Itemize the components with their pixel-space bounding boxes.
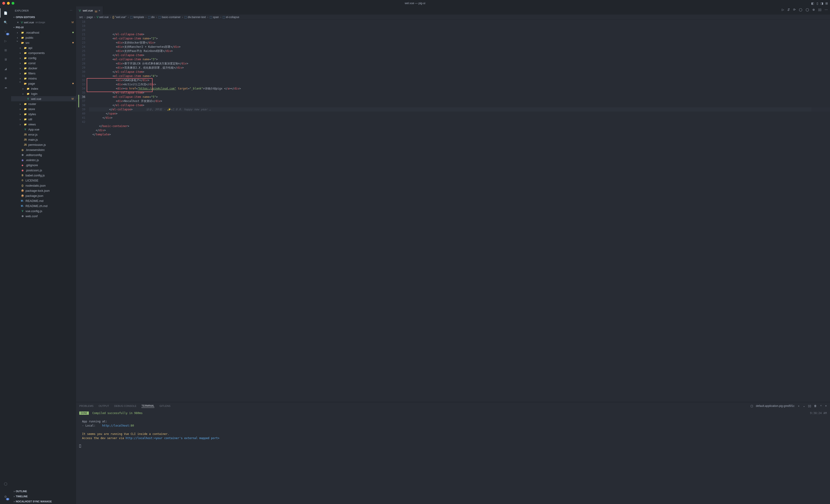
tree-item[interactable]: ›📁util	[11, 117, 76, 122]
run-debug-icon[interactable]: ▷	[0, 36, 11, 45]
tab-close-icon[interactable]: ×	[99, 9, 100, 12]
close-icon[interactable]: ×	[16, 21, 20, 24]
minimap[interactable]	[811, 20, 830, 402]
tree-item[interactable]: JSerror.js	[11, 132, 76, 137]
tree-item[interactable]: ›📁filters	[11, 71, 76, 76]
panel-bottom-icon[interactable]: ▯	[816, 2, 819, 5]
compare-icon[interactable]: ⟳	[793, 8, 796, 11]
tree-item[interactable]: ◎.browserslistrc	[11, 147, 76, 152]
tree-item[interactable]: ◆.gitignore	[11, 162, 76, 168]
breadcrumbs[interactable]: src›page›V wel.vue›{} "wel.vue"›⬚ templa…	[76, 14, 830, 20]
tree-item[interactable]: ›📂src	[11, 40, 76, 45]
open-editors-section[interactable]: OPEN EDITORS	[11, 14, 76, 20]
tree-item[interactable]: ›📁store	[11, 106, 76, 112]
panel-left-icon[interactable]: ◧	[811, 2, 814, 5]
terminal-content[interactable]: DONE Compiled successfully in 980ms 9:38…	[76, 410, 830, 504]
settings-gear-icon[interactable]: ⚙1	[0, 492, 11, 501]
local-url[interactable]: http://localhost:	[102, 424, 131, 427]
tree-item[interactable]: JSmain.js	[11, 137, 76, 142]
minimize-window-button[interactable]	[7, 2, 10, 5]
open-changes-icon[interactable]: ◯	[806, 8, 809, 11]
tree-item[interactable]: ›📁.nocalhost	[11, 30, 76, 35]
close-window-button[interactable]	[2, 2, 5, 5]
project-section[interactable]: PIG-UI	[11, 25, 76, 30]
docker-icon[interactable]: ◢	[0, 64, 11, 73]
nocalhost-icon[interactable]: ◉	[0, 73, 11, 83]
breadcrumb-item[interactable]: ⬚ div.banner-text	[184, 15, 206, 19]
extensions-icon[interactable]: ⊞	[0, 45, 11, 55]
timeline-section[interactable]: TIMELINE	[11, 494, 76, 499]
tree-item[interactable]: ›📁config	[11, 55, 76, 61]
tree-item[interactable]: Vvue.config.js	[11, 209, 76, 214]
accounts-icon[interactable]: ◯	[0, 479, 11, 488]
tree-item[interactable]: ›📁styles	[11, 112, 76, 117]
maximize-panel-icon[interactable]: ＾	[820, 404, 822, 408]
split-editor-icon[interactable]: ▯▯	[818, 8, 822, 11]
tree-item[interactable]: ›📁public	[11, 35, 76, 40]
tree-item[interactable]: 📦package.json	[11, 193, 76, 198]
remote-explorer-icon[interactable]: 🖥	[0, 55, 11, 64]
tree-item[interactable]: ◉.postcssrc.js	[11, 168, 76, 173]
breadcrumb-item[interactable]: ⬚ el-collapse	[223, 15, 239, 19]
tree-item[interactable]: ›📁components	[11, 50, 76, 55]
panel-tab-debug-console[interactable]: DEBUG CONSOLE	[114, 405, 136, 407]
tree-item[interactable]: ›📁router	[11, 101, 76, 106]
new-terminal-icon[interactable]: ＋	[797, 404, 800, 408]
terminal-dropdown-icon[interactable]: ⌄	[803, 404, 805, 408]
tree-item[interactable]: 📦package-lock.json	[11, 188, 76, 193]
run-icon[interactable]: ▷	[782, 8, 784, 11]
tree-item[interactable]: ©LICENSE	[11, 178, 76, 183]
tree-item[interactable]: M↓README.zh.md	[11, 203, 76, 209]
panel-tab-problems[interactable]: PROBLEMS	[79, 405, 93, 407]
outline-section[interactable]: OUTLINE	[11, 489, 76, 494]
tree-item[interactable]: ›📁index	[11, 86, 76, 91]
panel-tab-output[interactable]: OUTPUT	[99, 405, 109, 407]
panel-right-icon[interactable]: ◨	[820, 2, 824, 5]
breadcrumb-item[interactable]: src	[79, 15, 83, 19]
tree-item[interactable]: {}nodestatic.json	[11, 183, 76, 188]
open-editor-item[interactable]: ×Vwel.vuesrc/pageM	[11, 20, 76, 25]
tree-item[interactable]: VApp.vue	[11, 127, 76, 132]
code-editor[interactable]: 1819202122232425262728293031323334353637…	[76, 20, 830, 402]
breadcrumb-item[interactable]: ⬚ span	[210, 15, 219, 19]
tree-item[interactable]: ›📁mixins	[11, 76, 76, 81]
tree-item[interactable]: M↓README.md	[11, 198, 76, 203]
explorer-icon[interactable]: 📄	[0, 8, 11, 18]
tab-wel-vue[interactable]: V wel.vue M ×	[76, 6, 103, 14]
panel-tab-gitlens[interactable]: GITLENS	[160, 405, 170, 407]
tree-item[interactable]: Vwel.vueM	[11, 96, 76, 101]
more-actions-icon[interactable]: ⋯	[825, 8, 828, 11]
cloud-icon[interactable]: ☁	[0, 83, 11, 92]
breadcrumb-item[interactable]: {} "wel.vue"	[113, 15, 127, 19]
diff-icon[interactable]: ◯	[799, 8, 802, 11]
tree-item[interactable]: ›📁login	[11, 91, 76, 96]
tree-item[interactable]: ›📂page	[11, 81, 76, 86]
breadcrumb-item[interactable]: ⬚ template	[130, 15, 144, 19]
tree-item[interactable]: JSpermission.js	[11, 142, 76, 147]
kill-terminal-icon[interactable]: 🗑	[814, 404, 817, 408]
split-down-icon[interactable]: ⇵	[787, 8, 790, 11]
nocalhost-sync-section[interactable]: NOCALHOST SYNC MANAGE	[11, 499, 76, 504]
panel-tab-terminal[interactable]: TERMINAL	[141, 404, 154, 408]
layout-icon[interactable]: ⊞	[825, 2, 828, 5]
breadcrumb-item[interactable]: page	[87, 15, 93, 19]
tree-item[interactable]: ›📁api	[11, 45, 76, 50]
close-panel-icon[interactable]: ×	[825, 404, 827, 408]
tree-item[interactable]: Bbabel.config.js	[11, 173, 76, 178]
tree-item[interactable]: ⚙web.conf	[11, 214, 76, 219]
tree-item[interactable]: ›📁docker	[11, 66, 76, 71]
maximize-window-button[interactable]	[11, 2, 14, 5]
search-icon[interactable]: 🔍	[0, 18, 11, 27]
breadcrumb-item[interactable]: V wel.vue	[97, 15, 109, 19]
breadcrumb-item[interactable]: ⬚ basic-container	[158, 15, 181, 19]
source-control-icon[interactable]: ⑂2	[0, 27, 11, 36]
toggle-icon[interactable]: ⊕	[812, 8, 815, 11]
tree-item[interactable]: ⚙.editorconfig	[11, 152, 76, 157]
tree-item[interactable]: ›📁const	[11, 61, 76, 66]
breadcrumb-item[interactable]: ⬚ div	[148, 15, 155, 19]
terminal-selector[interactable]: default.application.pig-gred5f1c	[756, 404, 795, 408]
tree-item[interactable]: ◉.eslintrc.js	[11, 157, 76, 162]
explorer-more-icon[interactable]: ⋯	[70, 9, 72, 12]
split-terminal-icon[interactable]: ▯▯	[808, 404, 811, 408]
tree-item[interactable]: ›📁views	[11, 122, 76, 127]
